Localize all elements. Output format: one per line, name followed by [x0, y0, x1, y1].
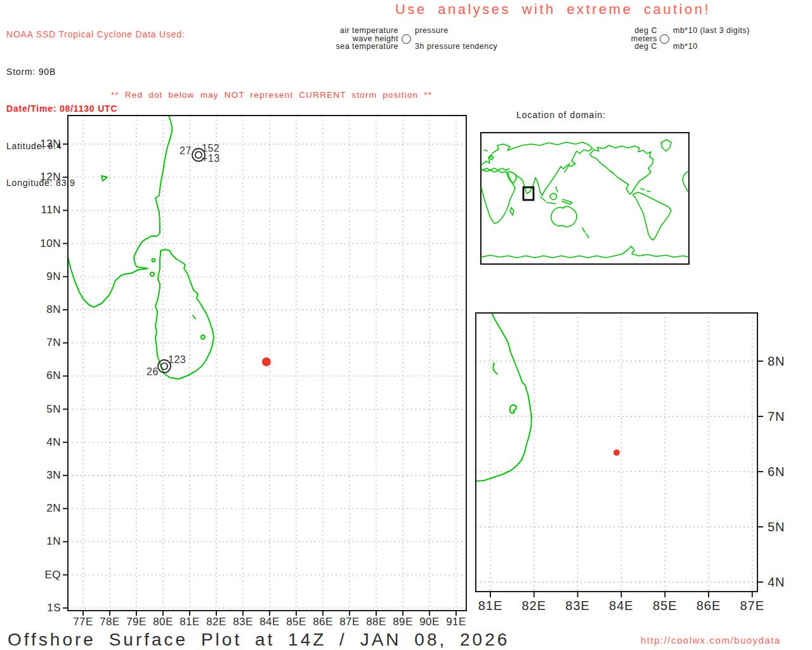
station1-air-temperature: 27 — [180, 145, 192, 157]
jaffna-islet — [152, 259, 155, 262]
uk-island — [490, 156, 494, 160]
axis-tick-label: 82E — [522, 599, 547, 613]
axis-tick-label: 4N — [768, 575, 785, 590]
axis-tick-label: 81E — [180, 616, 200, 628]
axis-tick-label: 81E — [478, 599, 503, 613]
station-inner-circle — [195, 152, 202, 158]
caribbean-islands — [641, 189, 650, 192]
storm-id-line: Storm: 90B — [6, 66, 185, 79]
east-coast-islet — [201, 335, 205, 339]
axis-tick-label: 8N — [46, 303, 61, 316]
sri-lanka-east-coastline — [476, 313, 532, 481]
main-map-bottom-tickmarks — [83, 611, 456, 616]
world-map-canvas — [481, 133, 688, 263]
plot-title: Offshore Surface Plot at 14Z / JAN 08, 2… — [8, 630, 509, 650]
domain-location-title: Location of domain: — [516, 110, 606, 120]
axis-tick-label: 78E — [100, 616, 120, 628]
axis-tick-label: 77E — [73, 616, 93, 628]
caution-title: Use analyses with extreme caution! — [395, 1, 710, 18]
africa-coastline — [481, 170, 515, 223]
africa-west-edge-wrap — [683, 171, 688, 192]
axis-tick-label: 6N — [46, 369, 61, 382]
station-circle-icon — [402, 34, 411, 44]
axis-tick-label: 90E — [419, 616, 440, 628]
axis-tick-label: 86E — [697, 599, 721, 613]
main-map-latitude-gridlines — [68, 144, 466, 608]
coastal-islet — [510, 405, 516, 413]
storm-position-dot — [262, 357, 271, 366]
lagoon-hook — [493, 363, 497, 374]
north-america-coastline — [590, 145, 653, 194]
axis-tick-label: 8N — [768, 354, 785, 369]
axis-tick-label: 10N — [40, 237, 61, 250]
axis-tick-label: 82E — [206, 616, 226, 628]
axis-tick-label: 3N — [46, 469, 61, 482]
axis-tick-label: 13N — [40, 138, 61, 150]
antarctica-coastline — [481, 246, 688, 258]
axis-tick-label: EQ — [44, 569, 61, 581]
legend-pressure-label: pressure — [415, 26, 449, 35]
axis-tick-label: 85E — [286, 616, 306, 628]
axis-tick-label: 86E — [313, 616, 333, 628]
axis-tick-label: 83E — [233, 616, 253, 628]
axis-tick-label: 5N — [46, 403, 61, 416]
zoom-map-longitude-gridlines — [490, 313, 752, 592]
source-url: http://coolwx.com/buoydata — [641, 635, 781, 646]
axis-tick-label: 7N — [46, 336, 61, 349]
madagascar-island — [510, 208, 514, 215]
legend-mb10-label: mb*10 — [673, 42, 698, 51]
zoom-map-canvas — [476, 313, 757, 592]
axis-tick-label: 6N — [768, 465, 785, 479]
axis-tick-label: 4N — [46, 436, 61, 449]
small-island — [102, 176, 107, 181]
axis-tick-label: 88E — [366, 616, 386, 628]
station2-pressure: 123 — [168, 354, 186, 366]
axis-tick-label: 84E — [609, 599, 634, 613]
zoom-map — [476, 313, 757, 592]
axis-tick-label: 91E — [446, 616, 466, 628]
zoom-map-y-axis: 8N7N6N5N4N — [768, 313, 796, 592]
legend-pressure-tendency-label: 3h pressure tendency — [415, 42, 497, 51]
axis-tick-label: 79E — [126, 616, 147, 628]
offshore-surface-plot-page: { "header": { "source_line": "NOAA SSD T… — [0, 0, 812, 650]
axis-tick-label: 11N — [41, 204, 61, 216]
legend-degc-bottom-label: deg C — [594, 42, 657, 51]
storm-position-warning: ** Red dot below may NOT represent CURRE… — [111, 90, 432, 100]
datetime-line: Date/Time: 08/1130 UTC — [6, 103, 185, 116]
axis-tick-label: 83E — [565, 599, 590, 613]
axis-tick-label: 80E — [153, 616, 173, 628]
greenland-island — [661, 140, 671, 151]
main-map-left-tickmarks — [63, 144, 68, 608]
axis-tick-label: 1N — [46, 535, 61, 548]
zoom-map-right-tickmarks — [757, 361, 763, 582]
axis-tick-label: 1S — [47, 602, 61, 614]
station1-pressure-tendency: +13 — [202, 153, 220, 164]
station-inner-circle — [161, 363, 167, 369]
data-source-line: NOAA SSD Tropical Cyclone Data Used: — [6, 29, 185, 41]
main-map-canvas — [68, 116, 466, 611]
zoom-map-latitude-gridlines — [476, 361, 757, 582]
jaffna-islet — [150, 272, 154, 276]
inland-mark — [193, 315, 195, 319]
europe-mediterranean-coastline — [481, 168, 509, 170]
axis-tick-label: 85E — [653, 599, 678, 613]
south-america-coastline — [633, 192, 671, 240]
axis-tick-label: 87E — [740, 599, 765, 613]
eurasia-coastline — [481, 142, 593, 196]
main-map-x-axis: 77E78E79E80E81E82E83E84E85E86E87E88E89E9… — [68, 616, 466, 628]
station-circle-icon — [660, 34, 669, 44]
world-map-inset — [480, 132, 690, 265]
zoom-map-bottom-tickmarks — [490, 592, 752, 597]
new-zealand-islands — [582, 228, 589, 238]
axis-tick-label: 89E — [393, 616, 413, 628]
australia-coastline — [551, 206, 577, 227]
iceland-island — [484, 150, 487, 151]
axis-tick-label: 12N — [40, 171, 61, 183]
main-map-y-axis: 13N12N11N10N9N8N7N6N5N4N3N2N1NEQ1S — [24, 116, 61, 611]
legend-sea-temperature-label: sea temperature — [272, 42, 398, 51]
storm-position-dot — [613, 449, 620, 456]
zoom-map-x-axis: 81E82E83E84E85E86E87E — [476, 599, 757, 613]
station2-sea-temperature: 26 — [147, 366, 159, 378]
axis-tick-label: 84E — [259, 616, 280, 628]
japan-islands — [565, 163, 570, 172]
